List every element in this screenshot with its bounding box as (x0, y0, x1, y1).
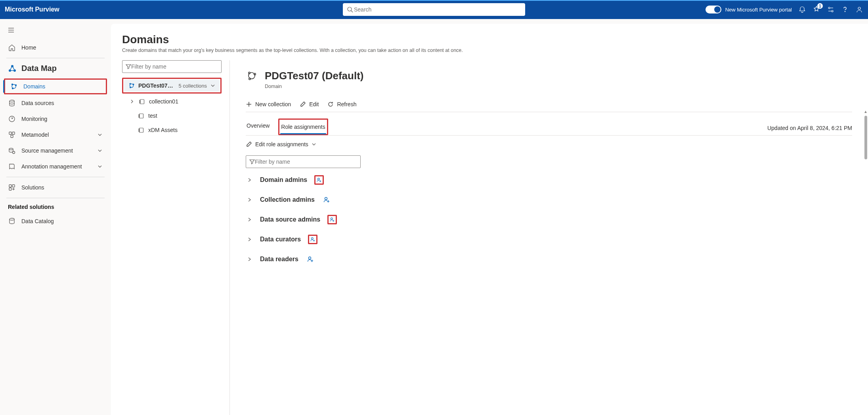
tree-item-label: xDM Assets (148, 127, 178, 133)
cmd-label: New collection (255, 101, 291, 107)
nav-home[interactable]: Home (3, 40, 108, 55)
content-card: Domains Create domains that match your o… (111, 24, 868, 415)
role-filter[interactable] (246, 155, 361, 168)
new-portal-label: New Microsoft Purview portal (725, 7, 792, 13)
nav-section-data-map: Data Map (3, 61, 108, 76)
svg-rect-37 (140, 128, 143, 132)
solutions-icon (8, 184, 16, 191)
collection-icon (138, 113, 144, 119)
global-search[interactable] (343, 3, 525, 16)
nav-section-title-text: Data Map (21, 64, 57, 73)
role-row: Data curators (246, 235, 852, 244)
nav-item-solutions[interactable]: Solutions (3, 180, 108, 195)
role-filter-input[interactable] (255, 159, 357, 165)
add-person-icon[interactable] (306, 254, 315, 264)
tree-root[interactable]: PDGTest07 (De… 5 collections (124, 80, 220, 92)
cmd-label: Edit (309, 101, 319, 107)
notification-badge: 1 (817, 3, 823, 9)
page-subtitle: Create domains that match your org's key… (122, 48, 868, 53)
command-bar: New collection Edit Refresh (246, 96, 852, 112)
nav-item-label: Domains (23, 83, 45, 90)
detail-panel: ▲ PDGTest07 (Default) Domain (230, 60, 868, 415)
account-icon[interactable] (855, 6, 863, 13)
chevron-down-icon (210, 83, 216, 88)
help-icon[interactable] (841, 6, 849, 13)
notifications-icon[interactable] (798, 6, 806, 13)
tree-filter[interactable] (122, 60, 222, 73)
edit-button[interactable]: Edit (300, 101, 319, 107)
new-portal-toggle[interactable] (705, 6, 721, 13)
topbar-accent (0, 0, 868, 1)
edit-role-assignments-button[interactable]: Edit role assignments (246, 136, 852, 153)
svg-rect-26 (12, 185, 15, 187)
main: Domains Create domains that match your o… (111, 19, 868, 415)
chevron-right-icon[interactable] (246, 177, 253, 183)
data-sources-icon (8, 99, 16, 107)
chevron-right-icon[interactable] (246, 237, 253, 242)
role-label: Data readers (260, 256, 298, 263)
tree-item-label: collection01 (149, 98, 178, 105)
data-catalog-icon (8, 217, 16, 225)
svg-rect-25 (9, 185, 11, 187)
svg-point-17 (12, 88, 13, 89)
chevron-right-icon[interactable] (246, 217, 253, 222)
hamburger-icon[interactable] (3, 22, 19, 38)
nav-item-domains-wrap: Domains (3, 78, 108, 95)
svg-point-41 (254, 73, 256, 75)
search-input[interactable] (354, 6, 522, 13)
svg-rect-21 (12, 132, 15, 134)
nav-item-label: Data Catalog (21, 218, 54, 224)
nav-item-metamodel[interactable]: Metamodel (3, 127, 108, 143)
page-title: Domains (122, 33, 868, 46)
svg-point-28 (10, 218, 14, 220)
nav-item-label: Source management (21, 147, 73, 154)
nav-item-data-catalog[interactable]: Data Catalog (3, 213, 108, 229)
chevron-right-icon[interactable] (246, 197, 253, 203)
svg-point-45 (318, 178, 320, 180)
nav-item-source-management[interactable]: Source management (3, 143, 108, 159)
scrollbar-thumb[interactable] (864, 116, 867, 159)
nav-item-label: Annotation management (21, 163, 82, 170)
role-label: Domain admins (260, 176, 307, 184)
add-person-icon[interactable] (327, 215, 337, 224)
svg-point-30 (130, 83, 131, 84)
chevron-right-icon[interactable] (129, 99, 135, 104)
tab-overview[interactable]: Overview (246, 119, 270, 135)
annotation-icon (8, 163, 16, 170)
nav-item-label: Monitoring (21, 116, 47, 122)
settings-icon[interactable] (827, 6, 835, 13)
svg-point-13 (13, 69, 16, 72)
role-row: Domain admins (246, 175, 852, 185)
source-management-icon (8, 147, 16, 155)
tree-filter-input[interactable] (131, 63, 218, 70)
tab-role-assignments-wrap: Role assignments (278, 119, 328, 135)
add-person-icon[interactable] (322, 195, 331, 205)
home-icon (8, 44, 16, 52)
updated-text: Updated on April 8, 2024, 6:21 PM (767, 125, 852, 135)
brand-title: Microsoft Purview (5, 6, 59, 13)
tree-item-xdm-assets[interactable]: xDM Assets (122, 124, 222, 136)
svg-point-12 (9, 69, 11, 72)
search-wrap (343, 3, 525, 16)
tree-item-test[interactable]: test (122, 109, 222, 122)
svg-point-16 (15, 85, 17, 86)
diagnostics-icon[interactable]: 1 (813, 6, 820, 13)
chevron-right-icon[interactable] (246, 256, 253, 262)
add-person-icon[interactable] (308, 235, 317, 244)
svg-rect-33 (140, 99, 144, 104)
svg-point-23 (9, 148, 13, 150)
tree-item-collection01[interactable]: collection01 (122, 95, 222, 108)
nav-item-label: Data sources (21, 100, 54, 106)
scroll-up-arrow-icon[interactable]: ▲ (864, 109, 868, 114)
new-collection-button[interactable]: New collection (246, 101, 291, 107)
tree-root-wrap: PDGTest07 (De… 5 collections (122, 78, 222, 94)
refresh-button[interactable]: Refresh (327, 101, 356, 107)
svg-rect-20 (9, 132, 11, 134)
nav-item-annotation-management[interactable]: Annotation management (3, 159, 108, 174)
nav-item-data-sources[interactable]: Data sources (3, 95, 108, 111)
nav-item-monitoring[interactable]: Monitoring (3, 111, 108, 127)
add-person-icon[interactable] (314, 175, 324, 185)
tab-role-assignments[interactable]: Role assignments (280, 120, 326, 134)
nav-item-domains[interactable]: Domains (4, 78, 107, 94)
svg-point-2 (828, 7, 830, 9)
